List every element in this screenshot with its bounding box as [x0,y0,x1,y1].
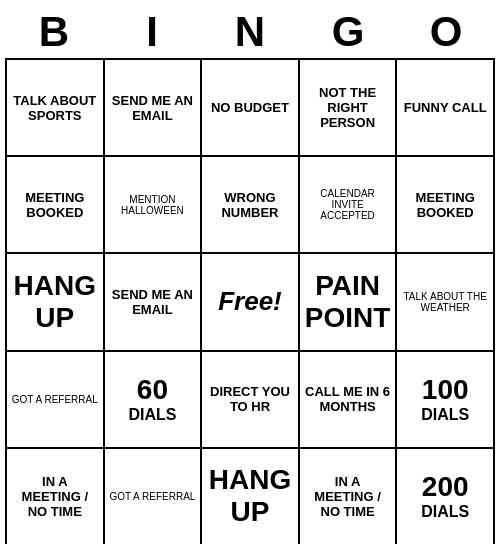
bingo-cell-13: PAIN POINT [300,254,398,351]
bingo-cell-20: IN A MEETING / NO TIME [7,449,105,544]
bingo-cell-17: DIRECT YOU TO HR [202,352,300,449]
bingo-cell-8: CALENDAR INVITE ACCEPTED [300,157,398,254]
bingo-cell-21: GOT A REFERRAL [105,449,203,544]
bingo-cell-3: NOT THE RIGHT PERSON [300,60,398,157]
bingo-title: B I N G O [5,8,495,56]
bingo-cell-2: NO BUDGET [202,60,300,157]
bingo-cell-9: MEETING BOOKED [397,157,495,254]
bingo-grid: TALK ABOUT SPORTSSEND ME AN EMAILNO BUDG… [5,58,495,544]
bingo-cell-16: 60DIALS [105,352,203,449]
letter-n: N [206,8,294,56]
bingo-card: B I N G O TALK ABOUT SPORTSSEND ME AN EM… [5,8,495,544]
letter-g: G [304,8,392,56]
letter-o: O [402,8,490,56]
bingo-cell-15: GOT A REFERRAL [7,352,105,449]
letter-i: I [108,8,196,56]
bingo-cell-10: HANG UP [7,254,105,351]
bingo-cell-7: WRONG NUMBER [202,157,300,254]
letter-b: B [10,8,98,56]
bingo-cell-0: TALK ABOUT SPORTS [7,60,105,157]
bingo-cell-19: 100DIALS [397,352,495,449]
bingo-cell-6: MENTION HALLOWEEN [105,157,203,254]
bingo-cell-11: SEND ME AN EMAIL [105,254,203,351]
bingo-cell-24: 200DIALS [397,449,495,544]
bingo-cell-18: CALL ME IN 6 MONTHS [300,352,398,449]
bingo-cell-12: Free! [202,254,300,351]
bingo-cell-23: IN A MEETING / NO TIME [300,449,398,544]
bingo-cell-14: TALK ABOUT THE WEATHER [397,254,495,351]
bingo-cell-5: MEETING BOOKED [7,157,105,254]
bingo-cell-22: HANG UP [202,449,300,544]
bingo-cell-1: SEND ME AN EMAIL [105,60,203,157]
bingo-cell-4: FUNNY CALL [397,60,495,157]
